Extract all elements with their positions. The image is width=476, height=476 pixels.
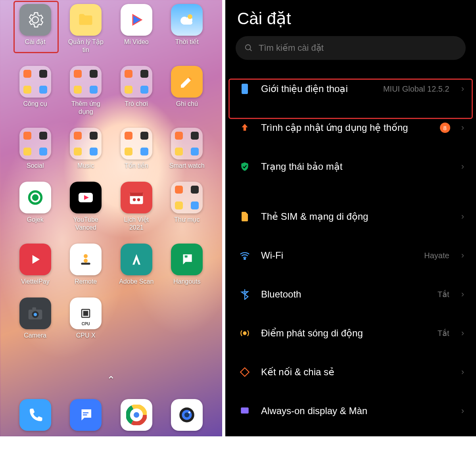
app-l-ch-vi-t-2021[interactable]: Lịch Việt 2021 bbox=[116, 182, 157, 232]
settings-row-value: Tắt bbox=[438, 328, 449, 338]
phone-icon bbox=[19, 399, 51, 431]
phone-rect-icon bbox=[237, 83, 252, 95]
app-messages[interactable] bbox=[66, 399, 106, 431]
folder-group-icon bbox=[19, 66, 51, 98]
app-cpu-x[interactable]: CPUCPU X bbox=[66, 298, 106, 340]
settings-row-gi-i-thi-u-i-n-tho-i[interactable]: Giới thiệu điện thoạiMIUI Global 12.5.2› bbox=[225, 69, 476, 108]
arrow-up-icon bbox=[237, 123, 252, 133]
cloud-icon bbox=[171, 4, 203, 36]
settings-row-wi-fi[interactable]: Wi-FiHayate› bbox=[225, 236, 476, 275]
svg-point-16 bbox=[84, 259, 88, 263]
app-label: Tốn tiền bbox=[125, 162, 148, 170]
app-camera[interactable]: Camera bbox=[15, 298, 56, 340]
settings-row-label: Điểm phát sóng di động bbox=[261, 327, 429, 339]
dock bbox=[15, 399, 207, 431]
settings-search[interactable]: Tìm kiếm cài đặt bbox=[236, 36, 466, 60]
app-th-m-ng-d-ng[interactable]: Thêm ứng dụng bbox=[66, 66, 106, 116]
settings-row-value: MIUI Global 12.5.2 bbox=[383, 84, 449, 94]
app-qu-n-l-t-p-tin[interactable]: Quản lý Tập tin bbox=[66, 4, 106, 54]
svg-marker-41 bbox=[240, 368, 249, 376]
display-icon bbox=[237, 406, 252, 416]
app-mi-video[interactable]: Mi Video bbox=[116, 4, 157, 54]
app-tr-ch-i[interactable]: Trò chơi bbox=[116, 66, 157, 116]
folder-group-icon bbox=[19, 128, 51, 159]
folder-group-icon bbox=[70, 128, 102, 159]
app-c-ng-c-[interactable]: Công cụ bbox=[15, 66, 56, 116]
svg-rect-42 bbox=[241, 407, 249, 413]
app-label: Remote bbox=[75, 278, 97, 286]
app-gojek[interactable]: Gojek bbox=[15, 182, 56, 232]
settings-list: Giới thiệu điện thoạiMIUI Global 12.5.2›… bbox=[225, 69, 476, 430]
bluetooth-icon bbox=[237, 289, 252, 300]
svg-point-7 bbox=[33, 196, 37, 200]
settings-row-th-sim-m-ng-di-ng[interactable]: Thẻ SIM & mạng di động› bbox=[225, 197, 476, 236]
app-th-i-ti-t[interactable]: Thời tiết bbox=[167, 4, 207, 54]
settings-row-label: Trạng thái bảo mật bbox=[261, 161, 453, 173]
settings-row-label: Always-on display & Màn bbox=[261, 405, 453, 417]
folder-group-icon bbox=[121, 128, 152, 159]
folder-icon bbox=[70, 4, 102, 36]
app-viettelpay[interactable]: ViettelPay bbox=[15, 244, 56, 286]
svg-point-40 bbox=[244, 332, 246, 335]
folder-group-icon bbox=[121, 66, 152, 98]
app-smart-watch[interactable]: Smart watch bbox=[167, 128, 207, 170]
svg-point-31 bbox=[133, 411, 140, 418]
hotspot-icon bbox=[237, 328, 252, 339]
quote-icon: ❞ bbox=[171, 244, 203, 275]
app-label: Mi Video bbox=[124, 38, 149, 46]
settings-screen: Cài đặt Tìm kiếm cài đặt Giới thiệu điện… bbox=[225, 0, 476, 436]
app-hangouts[interactable]: ❞Hangouts bbox=[167, 244, 207, 286]
app-label: Social bbox=[27, 162, 44, 170]
search-placeholder: Tìm kiếm cài đặt bbox=[259, 43, 324, 53]
svg-point-15 bbox=[84, 254, 88, 258]
search-icon bbox=[244, 44, 253, 52]
app-social[interactable]: Social bbox=[15, 128, 56, 170]
app-label: Thêm ứng dụng bbox=[66, 100, 106, 116]
app-adobe-scan[interactable]: Adobe Scan bbox=[116, 244, 157, 286]
settings-row-label: Wi-Fi bbox=[261, 250, 415, 261]
settings-row-tr-ng-th-i-b-o-m-t[interactable]: Trạng thái bảo mật› bbox=[225, 147, 476, 186]
folder-group-icon bbox=[171, 182, 203, 213]
svg-point-13 bbox=[137, 198, 140, 201]
chevron-right-icon: › bbox=[461, 211, 464, 222]
app-music[interactable]: Music bbox=[66, 128, 106, 170]
app-c-i-t[interactable]: Cài đặt bbox=[15, 4, 56, 54]
chevron-right-icon: › bbox=[461, 406, 464, 416]
folder-group-icon bbox=[171, 128, 203, 159]
svg-rect-11 bbox=[130, 192, 143, 196]
app-label: Gojek bbox=[27, 216, 44, 224]
app-label: Trò chơi bbox=[125, 100, 148, 108]
settings-row-tr-nh-c-p-nh-t-ng-d-ng-h-th-ng[interactable]: Trình cập nhật ứng dụng hệ thống8› bbox=[225, 108, 476, 147]
chevron-right-icon: › bbox=[461, 289, 464, 299]
app-t-n-ti-n[interactable]: Tốn tiền bbox=[116, 128, 157, 170]
app-phone[interactable] bbox=[15, 399, 56, 431]
app-remote[interactable]: Remote bbox=[66, 244, 106, 286]
chevron-right-icon: › bbox=[461, 84, 464, 94]
gear-icon bbox=[19, 4, 51, 36]
app-ghi-ch-[interactable]: Ghi chú bbox=[167, 66, 207, 116]
app-chrome[interactable] bbox=[116, 399, 157, 431]
shield-icon bbox=[237, 161, 252, 172]
settings-row-k-t-n-i-chia-s-[interactable]: Kết nối & chia sẻ› bbox=[225, 353, 476, 392]
svg-marker-0 bbox=[133, 15, 142, 25]
chevron-right-icon: › bbox=[461, 367, 464, 377]
app-camera[interactable] bbox=[167, 399, 207, 431]
settings-row-always-on-display-m-n[interactable]: Always-on display & Màn› bbox=[225, 392, 476, 430]
app-label: Thời tiết bbox=[175, 38, 199, 46]
chevron-right-icon: › bbox=[461, 328, 464, 338]
page-indicator[interactable]: ⌃ bbox=[0, 374, 222, 386]
settings-row-bluetooth[interactable]: BluetoothTắt› bbox=[225, 275, 476, 314]
app-label: Lịch Việt 2021 bbox=[116, 216, 157, 232]
app-label: Hangouts bbox=[173, 278, 201, 286]
settings-row--i-m-ph-t-s-ng-di-ng[interactable]: Điểm phát sóng di độngTắt› bbox=[225, 314, 476, 353]
app-grid: Cài đặtQuản lý Tập tinMi VideoThời tiếtC… bbox=[15, 4, 207, 340]
settings-row-label: Giới thiệu điện thoại bbox=[261, 83, 374, 95]
settings-title: Cài đặt bbox=[225, 0, 476, 33]
svg-line-37 bbox=[250, 49, 252, 51]
settings-row-label: Kết nối & chia sẻ bbox=[261, 366, 453, 378]
chevron-right-icon: › bbox=[461, 123, 464, 133]
play-tri-icon bbox=[121, 4, 152, 36]
app-youtube-vanced[interactable]: YouTube Vanced bbox=[66, 182, 106, 232]
app-label: Ghi chú bbox=[176, 100, 198, 108]
app-th-m-c[interactable]: Thư mục bbox=[167, 182, 207, 232]
